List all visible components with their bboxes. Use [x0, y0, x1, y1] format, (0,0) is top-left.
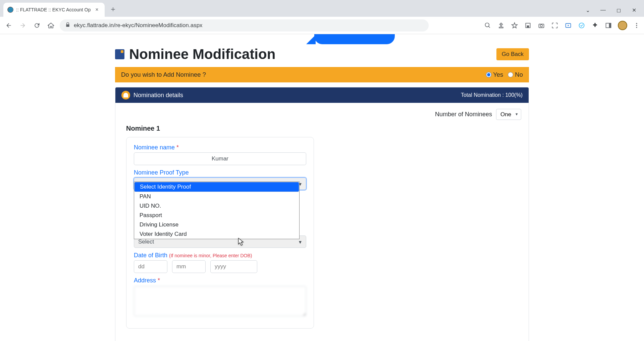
extension-icon-2[interactable] [578, 21, 586, 29]
option-select-identity[interactable]: Select Identity Proof [134, 182, 299, 192]
svg-rect-2 [527, 25, 529, 28]
svg-point-0 [485, 23, 489, 27]
total-nomination: Total Nomination : 100(%) [461, 92, 523, 98]
dob-label: Date of Birth (If nominee is minor, Plea… [134, 252, 252, 259]
cursor-icon [238, 238, 244, 247]
reload-button[interactable] [32, 20, 42, 31]
chat-bubble [314, 34, 395, 44]
radio-yes-label[interactable]: Yes [486, 71, 503, 78]
camera-icon[interactable] [537, 21, 545, 29]
nominee-form: Nominee name * Nominee Proof Type Select… [126, 137, 314, 329]
chevron-down-icon[interactable]: ⌄ [584, 7, 591, 13]
svg-point-6 [568, 25, 569, 26]
share-icon[interactable] [497, 21, 505, 29]
tab-favicon: 🌐 [7, 7, 13, 13]
option-passport[interactable]: Passport [134, 211, 299, 220]
svg-rect-9 [609, 23, 611, 27]
toolbar-actions [484, 21, 641, 30]
svg-point-11 [636, 25, 637, 26]
bookmark-icon[interactable] [511, 21, 519, 29]
address-textarea[interactable] [134, 286, 306, 316]
minimize-icon[interactable]: — [600, 7, 606, 13]
option-pan[interactable]: PAN [134, 192, 299, 201]
num-nominees-select[interactable]: One [496, 109, 521, 120]
nominee-heading: Nominee 1 [126, 125, 521, 132]
radio-yes[interactable] [486, 72, 491, 77]
maximize-icon[interactable]: ◻ [615, 7, 622, 13]
browser-tab[interactable]: 🌐 :: FLATTRADE :: EKYC Account Op × [3, 3, 105, 17]
browser-tab-strip: 🌐 :: FLATTRADE :: EKYC Account Op × ＋ ⌄ … [0, 0, 644, 17]
menu-icon[interactable] [633, 21, 641, 29]
home-button[interactable] [46, 20, 56, 31]
dob-month-input[interactable] [172, 260, 206, 273]
dob-year-input[interactable] [210, 260, 257, 273]
svg-point-4 [540, 24, 543, 27]
page-title-icon [115, 49, 124, 59]
dob-day-input[interactable] [134, 260, 167, 273]
url-text: ekyc.flattrade.in/re-ekyc/NomineeModific… [74, 22, 203, 29]
picture-icon[interactable] [564, 21, 572, 29]
forward-button[interactable] [17, 20, 28, 31]
browser-toolbar: ekyc.flattrade.in/re-ekyc/NomineeModific… [0, 17, 644, 34]
nominee-name-label: Nominee name * [134, 144, 179, 151]
num-nominees-label: Number of Nominees [435, 111, 492, 118]
tab-close-icon[interactable]: × [93, 6, 100, 13]
nomination-card: Nomination details Total Nomination : 10… [115, 87, 529, 341]
address-bar[interactable]: ekyc.flattrade.in/re-ekyc/NomineeModific… [60, 19, 429, 31]
back-button[interactable] [3, 20, 14, 31]
extension-icon-1[interactable] [524, 21, 532, 29]
option-voter-id[interactable]: Voter Identity Card [134, 229, 299, 239]
address-label: Address * [134, 277, 160, 284]
tab-title: :: FLATTRADE :: EKYC Account Op [16, 7, 91, 12]
svg-point-12 [636, 27, 637, 28]
proof-type-label: Nominee Proof Type [134, 169, 189, 176]
radio-no-label[interactable]: No [508, 71, 523, 78]
side-panel-icon[interactable] [604, 21, 612, 29]
close-icon[interactable]: ✕ [631, 7, 637, 13]
user-icon [121, 91, 130, 99]
card-header: Nomination details Total Nomination : 10… [115, 87, 529, 103]
svg-point-7 [579, 23, 584, 28]
extensions-icon[interactable] [591, 21, 599, 29]
proof-type-dropdown[interactable]: Select Identity Proof PAN UID NO. Passpo… [134, 182, 300, 239]
profile-avatar[interactable] [618, 21, 627, 30]
svg-point-10 [636, 23, 637, 24]
option-uid[interactable]: UID NO. [134, 201, 299, 211]
nominee-name-input[interactable] [134, 152, 306, 165]
radio-no[interactable] [508, 72, 513, 77]
option-driving-license[interactable]: Driving License [134, 220, 299, 229]
scan-icon[interactable] [551, 21, 559, 29]
go-back-button[interactable]: Go Back [496, 48, 529, 60]
lock-icon [65, 22, 70, 29]
card-title: Nomination details [133, 92, 183, 99]
new-tab-button[interactable]: ＋ [105, 4, 121, 14]
page-title: Nominee Modification [129, 46, 275, 62]
question-text: Do you wish to Add Nominee ? [121, 71, 206, 78]
window-controls: ⌄ — ◻ ✕ [581, 7, 641, 17]
zoom-icon[interactable] [484, 21, 492, 29]
add-nominee-question-bar: Do you wish to Add Nominee ? Yes No [115, 67, 529, 82]
